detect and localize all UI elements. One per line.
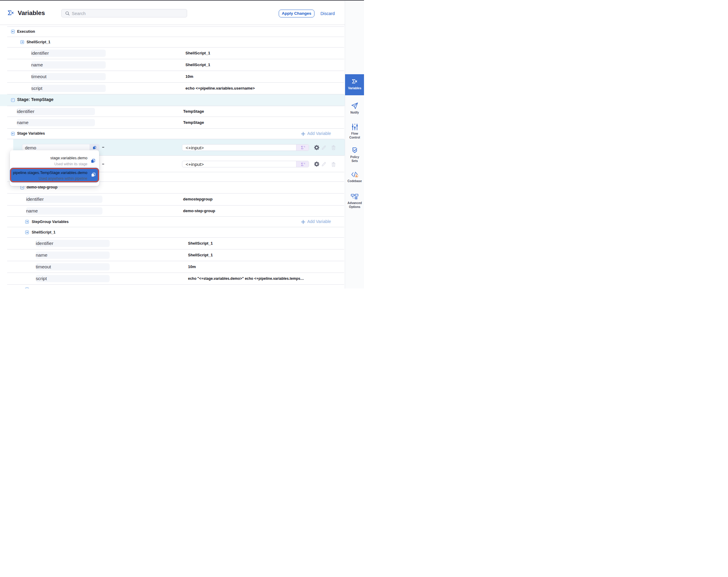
svg-text:x: x (304, 162, 305, 165)
svg-text:Σ: Σ (301, 162, 303, 167)
svg-text:x: x (304, 145, 305, 148)
svg-text:Σ: Σ (301, 145, 303, 150)
